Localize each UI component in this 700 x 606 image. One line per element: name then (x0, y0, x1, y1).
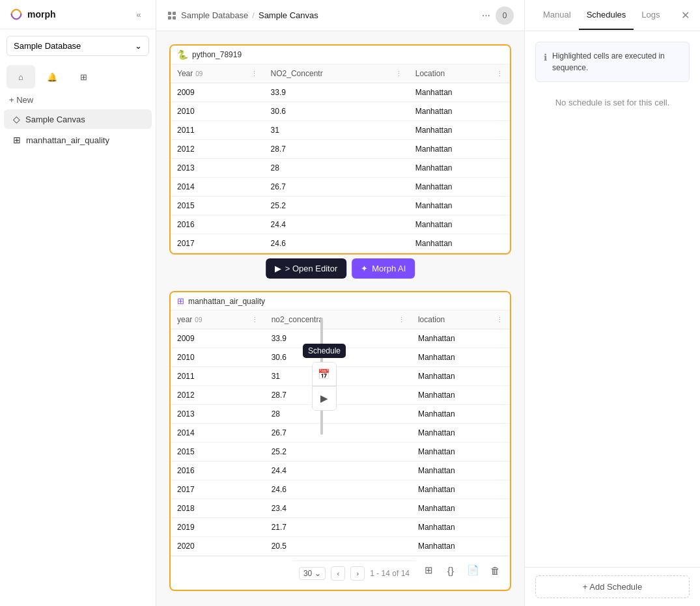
table-row: 201624.4Manhattan (171, 461, 510, 480)
cell-1-table-wrapper[interactable]: Year 09 ⋮ NO2_Concentr ⋮ (171, 64, 510, 253)
panel-header: Manual Schedules Logs ✕ (525, 0, 700, 31)
calendar-icon: 📅 (318, 368, 330, 380)
sidebar-item-manhattan-air-quality[interactable]: ⊞ manhattan_air_quality (4, 130, 152, 150)
canvas-content: 🐍 python_78919 Year 09 (169, 44, 511, 593)
sidebar-home-button[interactable]: ⌂ (7, 65, 35, 89)
sidebar-bell-button[interactable]: 🔔 (38, 65, 66, 89)
chevron-down-icon: ⌄ (135, 41, 142, 51)
play-icon: ▶ (320, 393, 328, 404)
filter-icon-2[interactable]: ⋮ (395, 70, 402, 78)
sidebar-db-button[interactable]: ⊞ (69, 65, 98, 89)
delete-action-button[interactable]: 🗑 (485, 560, 505, 580)
panel-close-button[interactable]: ✕ (681, 9, 690, 21)
prev-icon: ‹ (337, 570, 339, 577)
sidebar-icon-group: ⌂ 🔔 ⊞ (0, 62, 156, 91)
morph-ai-label: Morph AI (372, 264, 406, 273)
sidebar-item-label: Sample Canvas (25, 115, 85, 124)
right-panel: Manual Schedules Logs ✕ ℹ Highlighted ce… (524, 0, 700, 606)
run-button[interactable]: ▶ (313, 387, 336, 410)
canvas-breadcrumb-icon (167, 10, 177, 21)
table-row: 201228.7Manhattan (171, 140, 510, 159)
per-page-value: 30 (303, 569, 312, 578)
canvas-icon: ◇ (13, 114, 20, 124)
collapse-icon: « (136, 10, 141, 20)
cell-card-1[interactable]: 🐍 python_78919 Year 09 (169, 44, 511, 255)
svg-rect-0 (168, 12, 171, 15)
open-editor-label: > Open Editor (285, 264, 338, 273)
next-icon: › (356, 570, 359, 577)
svg-rect-3 (173, 16, 176, 20)
sidebar-header: morph « (0, 0, 156, 29)
new-button[interactable]: + New (0, 91, 156, 109)
filter-icon[interactable]: ⋮ (251, 70, 258, 78)
canvas-area[interactable]: 🐍 python_78919 Year 09 (156, 31, 524, 606)
python-icon: 🐍 (177, 49, 188, 60)
page-info: 1 - 14 of 14 (370, 569, 410, 578)
filter-icon-3[interactable]: ⋮ (496, 70, 503, 78)
table-row: 200933.9Manhattan (171, 83, 510, 102)
schedule-button[interactable]: 📅 (313, 363, 336, 386)
table-icon: ⊞ (13, 135, 21, 145)
cell-1-table: Year 09 ⋮ NO2_Concentr ⋮ (171, 64, 510, 253)
tab-manual-label: Manual (543, 10, 571, 20)
panel-tabs: Manual Schedules Logs (535, 1, 668, 30)
svg-rect-1 (173, 12, 176, 15)
topbar-actions: ⋯ 0 (482, 7, 514, 25)
db-action-button[interactable]: ⊞ (419, 560, 438, 580)
morph-ai-button[interactable]: ✦ Morph AI (352, 258, 415, 279)
table-cell-icon: ⊞ (177, 296, 184, 306)
col-year-header: Year 09 ⋮ (171, 64, 264, 83)
col-no2-header: NO2_Concentr ⋮ (264, 64, 409, 83)
open-editor-icon: ▶ (275, 264, 281, 273)
sidebar-collapse-button[interactable]: « (131, 7, 147, 22)
filter-icon-5[interactable]: ⋮ (398, 316, 405, 324)
float-btn-group: 📅 ▶ (312, 362, 337, 411)
table-row: 201921.7Manhattan (171, 518, 510, 537)
panel-body: ℹ Highlighted cells are executed in sequ… (525, 31, 700, 567)
table-row: 201426.7Manhattan (171, 424, 510, 443)
tab-schedules[interactable]: Schedules (579, 1, 634, 30)
table-row: 201724.6Manhattan (171, 234, 510, 253)
info-box: ℹ Highlighted cells are executed in sequ… (535, 42, 690, 82)
new-label: + New (9, 95, 33, 105)
add-schedule-button[interactable]: + Add Schedule (535, 575, 690, 598)
code-action-icon: {} (447, 565, 454, 576)
morph-ai-icon: ✦ (361, 264, 368, 273)
cell-2-name: manhattan_air_quality (188, 297, 265, 306)
no-schedule-text: No schedule is set for this cell. (535, 90, 690, 115)
breadcrumb-canvas: Sample Canvas (259, 10, 318, 20)
filter-icon-6[interactable]: ⋮ (496, 316, 503, 324)
tab-logs[interactable]: Logs (634, 1, 667, 30)
app-name: morph (27, 9, 56, 20)
filter-icon-4[interactable]: ⋮ (251, 316, 259, 324)
tab-manual[interactable]: Manual (535, 1, 579, 30)
main-area: Sample Database / Sample Canvas ⋯ 0 🐍 py… (156, 0, 524, 606)
more-options-button[interactable]: ⋯ (482, 10, 490, 20)
panel-footer: + Add Schedule (525, 567, 700, 606)
home-icon: ⌂ (18, 72, 23, 82)
cell-2-actions: 30 ⌄ ‹ › 1 - 14 of 14 ⊞ (171, 556, 510, 590)
per-page-chevron: ⌄ (315, 569, 321, 578)
info-icon: ℹ (544, 51, 547, 74)
per-page-selector[interactable]: 30 ⌄ (299, 567, 326, 580)
database-selector[interactable]: Sample Database ⌄ (7, 36, 149, 56)
sidebar: morph « Sample Database ⌄ ⌂ 🔔 ⊞ + New ◇ … (0, 0, 156, 606)
database-selector-label: Sample Database (14, 41, 81, 51)
col2-year-header: year 09 ⋮ (171, 310, 265, 329)
col-location-header: Location ⋮ (409, 64, 510, 83)
prev-page-button[interactable]: ‹ (331, 566, 345, 581)
table-row: 201131Manhattan (171, 121, 510, 140)
table-row: 201328Manhattan (171, 159, 510, 178)
tab-schedules-label: Schedules (587, 10, 626, 20)
sort-icon-2: 09 (195, 316, 202, 324)
next-page-button[interactable]: › (350, 566, 365, 581)
sidebar-item-sample-canvas[interactable]: ◇ Sample Canvas (4, 109, 152, 129)
cell-card-2[interactable]: ⊞ manhattan_air_quality year 09 (169, 291, 511, 591)
table-row: 201426.7Manhattan (171, 178, 510, 197)
doc-action-button[interactable]: 📄 (463, 560, 483, 580)
user-avatar[interactable]: 0 (496, 7, 514, 25)
open-editor-button[interactable]: ▶ > Open Editor (266, 258, 347, 279)
cell-python-78919: 🐍 python_78919 Year 09 (169, 44, 511, 255)
code-action-button[interactable]: {} (441, 560, 460, 580)
table-row: 201823.4Manhattan (171, 499, 510, 518)
